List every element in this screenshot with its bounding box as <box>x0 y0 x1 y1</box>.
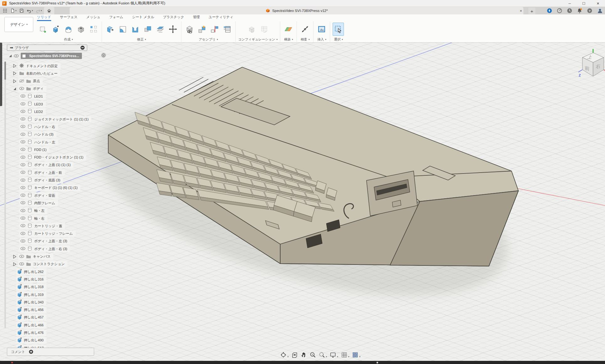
visibility-eye-icon[interactable] <box>20 179 25 182</box>
measure-icon[interactable] <box>299 23 311 36</box>
browser-tree-item[interactable]: カートリッジ・フレーム <box>19 231 76 237</box>
pattern-icon[interactable] <box>88 23 99 36</box>
visibility-eye-icon[interactable] <box>19 87 24 91</box>
visibility-eye-icon[interactable] <box>14 53 19 59</box>
browser-tree-item[interactable]: カートリッジ・蓋 <box>19 223 65 229</box>
browser-tree-item[interactable]: ハンドル (3) <box>19 131 56 138</box>
insert-canvas-icon[interactable] <box>316 23 327 36</box>
ribbon-tab-3[interactable]: フォーム <box>109 15 123 21</box>
ribbon-tab-2[interactable]: メッシュ <box>86 15 100 21</box>
visibility-eye-icon[interactable] <box>20 156 25 159</box>
collapsed-panel-handle[interactable] <box>0 43 2 106</box>
browser-tree-item[interactable]: LED1 <box>19 93 46 99</box>
expander-icon[interactable] <box>13 255 17 259</box>
joint-icon[interactable] <box>196 23 208 36</box>
minimize-browser-icon[interactable] <box>80 46 85 50</box>
hole-icon[interactable] <box>75 23 87 36</box>
visibility-eye-icon[interactable] <box>20 247 25 251</box>
expander-icon[interactable] <box>13 72 17 75</box>
new-tab-button[interactable]: + <box>528 8 535 14</box>
browser-panel-header[interactable]: ◀◀ ブラウザ <box>7 45 87 51</box>
browser-tree-item[interactable]: ボディ・上面 (1) (1) (1) <box>19 162 73 168</box>
ribbon-tab-6[interactable]: 管理 <box>193 15 200 21</box>
ribbon-group-label[interactable]: 挿入▾ <box>317 37 326 42</box>
document-tab[interactable]: SpectraVideo SVI-738XPress v12* <box>70 7 523 14</box>
visibility-eye-icon[interactable] <box>20 117 25 121</box>
ribbon-group-label[interactable]: 選択▾ <box>334 37 343 42</box>
browser-tree-item[interactable]: ハンドル・右 <box>19 124 58 130</box>
browser-tree-item[interactable]: 軸・左 <box>19 208 47 214</box>
comments-bar[interactable]: コメント <box>7 348 94 356</box>
ribbon-tab-1[interactable]: サーフェス <box>60 15 78 21</box>
browser-tree-item[interactable]: キーボード (1) (1) (6) (1) (1) <box>19 185 80 191</box>
expander-icon[interactable] <box>13 87 17 91</box>
browser-tree-item[interactable]: 押し出し476 <box>16 330 46 336</box>
browser-tree-item[interactable]: ボディ・上面・前 <box>19 169 65 176</box>
expander-icon[interactable] <box>13 262 17 266</box>
ribbon-tab-4[interactable]: シート メタル <box>132 15 154 21</box>
close-document-tab-button[interactable]: × <box>517 7 525 14</box>
home-icon[interactable] <box>44 7 54 14</box>
look-at-icon[interactable] <box>292 352 298 358</box>
browser-tree-item[interactable]: ジョイスティックポート (1) (1) (1) <box>19 116 91 122</box>
configuration-table-icon[interactable] <box>259 23 270 36</box>
visibility-eye-icon[interactable] <box>20 94 25 98</box>
as-built-joint-icon[interactable] <box>209 23 220 36</box>
ribbon-group-label[interactable]: 修正▾ <box>137 37 146 42</box>
press-pull-icon[interactable] <box>104 23 116 36</box>
ribbon-tab-5[interactable]: プラスチック <box>163 15 184 21</box>
select-icon[interactable] <box>333 23 344 36</box>
browser-scrollbar[interactable] <box>4 62 6 328</box>
expander-icon[interactable] <box>13 64 17 68</box>
offset-face-icon[interactable] <box>155 23 166 36</box>
profile-avatar-icon[interactable] <box>597 8 603 14</box>
revolve-icon[interactable] <box>63 23 74 36</box>
job-status-icon[interactable] <box>547 8 552 13</box>
expander-icon[interactable] <box>13 79 17 83</box>
browser-tree-item[interactable]: 押し出し318 <box>16 284 46 290</box>
visibility-eye-icon[interactable] <box>20 224 25 228</box>
browser-tree-item[interactable]: コンストラクション <box>13 261 67 267</box>
history-clock-icon[interactable] <box>567 8 572 13</box>
construction-plane-icon[interactable] <box>283 23 294 36</box>
help-icon[interactable]: ? <box>587 8 592 13</box>
extrude-icon[interactable] <box>50 23 62 36</box>
visibility-eye-icon[interactable] <box>20 239 25 243</box>
browser-tree-item[interactable]: FDD (1) <box>19 147 49 153</box>
browser-tree-item[interactable]: 押し出し262 <box>16 269 46 275</box>
notifications-bell-icon[interactable] <box>577 8 582 13</box>
move-icon[interactable] <box>167 23 179 36</box>
browser-tree-item[interactable]: ドキュメントの設定 <box>13 63 61 69</box>
visibility-eye-icon[interactable] <box>20 171 25 174</box>
fit-icon[interactable]: ▾ <box>319 352 327 358</box>
visibility-eye-icon[interactable] <box>20 217 25 220</box>
minimize-button[interactable]: ─ <box>563 0 577 7</box>
browser-tree-item[interactable]: ボディ・底面 (3) <box>19 177 63 184</box>
fillet-icon[interactable] <box>117 23 128 36</box>
app-grid-icon[interactable] <box>2 7 8 14</box>
browser-tree-item[interactable]: 押し出し457 <box>16 314 46 321</box>
ribbon-group-label[interactable]: 作成▾ <box>64 37 73 42</box>
visibility-eye-icon[interactable] <box>19 262 24 266</box>
redo-icon[interactable]: ▾ <box>35 7 43 14</box>
shell-icon[interactable] <box>130 23 141 36</box>
undo-icon[interactable]: ▾ <box>26 7 34 14</box>
bom-icon[interactable] <box>222 23 233 36</box>
viewports-icon[interactable]: ▾ <box>352 352 361 358</box>
zoom-icon[interactable]: ± <box>310 352 316 358</box>
browser-tree-item[interactable]: ハンドル・左 <box>19 139 58 145</box>
pan-icon[interactable] <box>301 352 307 358</box>
add-comment-icon[interactable] <box>29 350 33 354</box>
browser-root-row[interactable]: SpectraVideo SVI-738XPress... <box>8 53 82 59</box>
orbit-icon[interactable]: ▾ <box>280 352 289 358</box>
ribbon-group-label[interactable]: コンフィギュレーション▾ <box>238 37 277 42</box>
visibility-eye-icon[interactable] <box>20 232 25 236</box>
file-icon[interactable]: ▾ <box>9 7 17 14</box>
ribbon-group-label[interactable]: 検査▾ <box>301 37 310 42</box>
browser-tree-item[interactable]: 内部フレーム <box>19 200 58 206</box>
ribbon-group-label[interactable]: アセンブリ▾ <box>199 37 218 42</box>
browser-tree-item[interactable]: 押し出し456 <box>16 307 46 313</box>
browser-tree-item[interactable]: 押し出し490 <box>16 337 46 344</box>
visibility-eye-icon[interactable] <box>20 125 25 129</box>
usage-icon[interactable] <box>557 8 562 13</box>
